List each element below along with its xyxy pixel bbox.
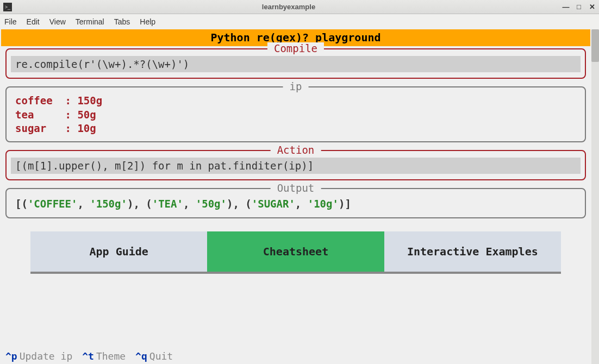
tab-cheatsheet[interactable]: Cheatsheet [207, 231, 384, 272]
ip-text[interactable]: coffee : 150g tea : 50g sugar : 10g [11, 94, 581, 136]
menubar: FileEditViewTerminalTabsHelp [0, 14, 599, 29]
shortcut-desc: Theme [96, 350, 126, 362]
compile-input[interactable]: re.compile(r'(\w+).*?(\w+)') [11, 56, 581, 72]
tab-bar: App GuideCheatsheetInteractive Examples [30, 231, 561, 274]
scrollbar[interactable] [591, 29, 599, 364]
tab-app-guide[interactable]: App Guide [30, 231, 207, 272]
shortcut-desc: Update ip [20, 350, 73, 362]
compile-panel-label: Compile [267, 42, 324, 54]
scrollbar-thumb[interactable] [591, 29, 599, 62]
window-controls: — □ ✕ [562, 3, 596, 11]
output-panel-label: Output [271, 182, 321, 194]
menu-item-edit[interactable]: Edit [27, 17, 40, 26]
output-panel: Output [('COFFEE', '150g'), ('TEA', '50g… [5, 188, 586, 218]
menu-item-view[interactable]: View [49, 17, 66, 26]
menu-item-terminal[interactable]: Terminal [76, 17, 104, 26]
footer-shortcuts: ^p Update ip^t Theme^q Quit [0, 348, 591, 364]
menu-item-help[interactable]: Help [140, 17, 155, 26]
shortcut-key: ^t [82, 350, 94, 362]
menu-item-tabs[interactable]: Tabs [114, 17, 130, 26]
ip-panel: ip coffee : 150g tea : 50g sugar : 10g [5, 86, 586, 142]
action-panel-label: Action [271, 144, 321, 156]
shortcut-key: ^p [5, 350, 17, 362]
menu-item-file[interactable]: File [4, 17, 17, 26]
compile-panel: Compile re.compile(r'(\w+).*?(\w+)') [5, 48, 586, 79]
terminal-icon: >_ [3, 3, 12, 11]
close-button[interactable]: ✕ [588, 3, 596, 11]
minimize-button[interactable]: — [562, 3, 570, 11]
app-content: Python re(gex)? playground Compile re.co… [0, 29, 591, 364]
window-titlebar: >_ learnbyexample — □ ✕ [0, 0, 599, 14]
action-input[interactable]: [(m[1].upper(), m[2]) for m in pat.findi… [11, 158, 581, 174]
output-text: [('COFFEE', '150g'), ('TEA', '50g'), ('S… [11, 196, 581, 212]
maximize-button[interactable]: □ [575, 3, 583, 11]
ip-panel-label: ip [283, 80, 309, 92]
shortcut-key: ^q [135, 350, 147, 362]
tab-interactive-examples[interactable]: Interactive Examples [384, 231, 561, 272]
window-title: learnbyexample [15, 3, 562, 11]
shortcut-desc: Quit [149, 350, 173, 362]
action-panel: Action [(m[1].upper(), m[2]) for m in pa… [5, 150, 586, 180]
